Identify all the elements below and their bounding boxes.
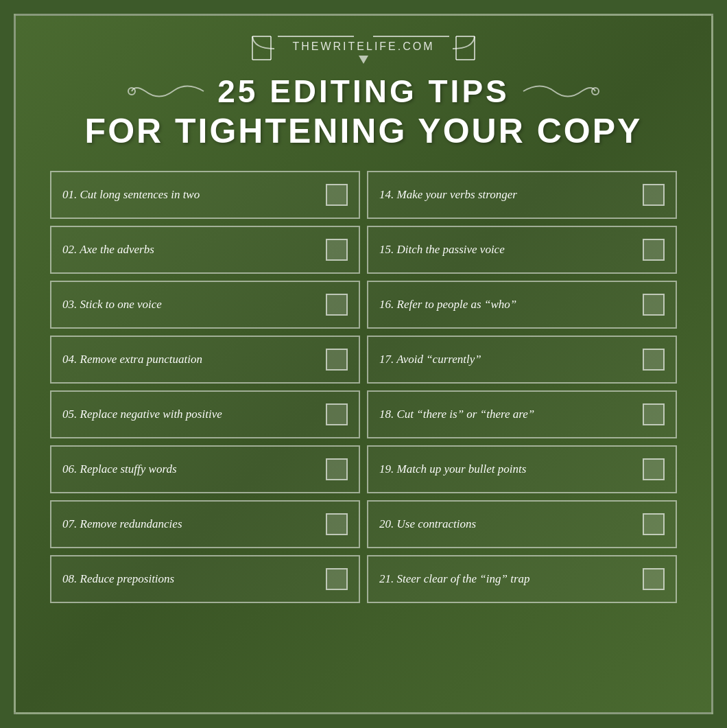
tip-item-17[interactable]: 17. Avoid “currently”	[367, 336, 677, 384]
tip-label-03: 03. Stick to one voice	[62, 298, 319, 312]
tip-label-01: 01. Cut long sentences in two	[62, 188, 319, 202]
tip-item-20[interactable]: 20. Use contractions	[367, 500, 677, 548]
tip-label-21: 21. Steer clear of the “ing” trap	[379, 572, 636, 586]
tip-item-15[interactable]: 15. Ditch the passive voice	[367, 226, 677, 274]
tip-checkbox-05[interactable]	[326, 403, 348, 425]
tip-label-08: 08. Reduce prepositions	[62, 572, 319, 586]
title-decorative-row: 25 EDITING TIPS	[43, 74, 684, 109]
tip-item-05[interactable]: 05. Replace negative with positive	[50, 390, 360, 438]
tips-grid: 01. Cut long sentences in two 14. Make y…	[43, 171, 684, 603]
tip-checkbox-08[interactable]	[326, 568, 348, 590]
tip-label-15: 15. Ditch the passive voice	[379, 243, 636, 257]
tip-label-02: 02. Axe the adverbs	[62, 243, 319, 257]
tip-label-07: 07. Remove redundancies	[62, 517, 319, 531]
svg-marker-2	[359, 56, 368, 64]
tip-item-14[interactable]: 14. Make your verbs stronger	[367, 171, 677, 219]
tip-item-07[interactable]: 07. Remove redundancies	[50, 500, 360, 548]
tip-item-04[interactable]: 04. Remove extra punctuation	[50, 336, 360, 384]
tip-item-06[interactable]: 06. Replace stuffy words	[50, 445, 360, 493]
tip-checkbox-15[interactable]	[643, 239, 665, 261]
tip-label-18: 18. Cut “there is” or “there are”	[379, 408, 636, 421]
tip-checkbox-02[interactable]	[326, 239, 348, 261]
tip-checkbox-04[interactable]	[326, 349, 348, 371]
left-curl-decoration	[125, 78, 207, 105]
header-bracket-decoration: THEWRITELIFE.COM	[233, 30, 494, 67]
tip-label-14: 14. Make your verbs stronger	[379, 188, 636, 202]
tip-checkbox-01[interactable]	[326, 184, 348, 206]
tip-checkbox-19[interactable]	[643, 458, 665, 480]
tip-item-16[interactable]: 16. Refer to people as “who”	[367, 281, 677, 329]
tip-checkbox-20[interactable]	[643, 513, 665, 535]
tip-item-01[interactable]: 01. Cut long sentences in two	[50, 171, 360, 219]
subtitle: FOR TIGHTENING YOUR COPY	[43, 113, 684, 150]
tip-label-17: 17. Avoid “currently”	[379, 353, 636, 366]
tip-label-20: 20. Use contractions	[379, 517, 636, 531]
site-name-container: THEWRITELIFE.COM	[43, 30, 684, 67]
main-title: 25 EDITING TIPS	[217, 74, 510, 109]
tip-checkbox-17[interactable]	[643, 349, 665, 371]
tip-checkbox-06[interactable]	[326, 458, 348, 480]
header: THEWRITELIFE.COM 25 EDITING TIPS	[43, 30, 684, 150]
tip-label-04: 04. Remove extra punctuation	[62, 353, 319, 366]
main-container: THEWRITELIFE.COM 25 EDITING TIPS	[14, 14, 713, 714]
tip-item-08[interactable]: 08. Reduce prepositions	[50, 555, 360, 603]
tip-label-19: 19. Match up your bullet points	[379, 462, 636, 476]
tip-item-18[interactable]: 18. Cut “there is” or “there are”	[367, 390, 677, 438]
svg-text:THEWRITELIFE.COM: THEWRITELIFE.COM	[292, 40, 434, 52]
tip-label-05: 05. Replace negative with positive	[62, 408, 319, 421]
tip-checkbox-07[interactable]	[326, 513, 348, 535]
tip-item-02[interactable]: 02. Axe the adverbs	[50, 226, 360, 274]
tip-label-16: 16. Refer to people as “who”	[379, 298, 636, 312]
tip-checkbox-14[interactable]	[643, 184, 665, 206]
tip-checkbox-03[interactable]	[326, 294, 348, 316]
tip-item-03[interactable]: 03. Stick to one voice	[50, 281, 360, 329]
tip-checkbox-21[interactable]	[643, 568, 665, 590]
tip-item-21[interactable]: 21. Steer clear of the “ing” trap	[367, 555, 677, 603]
tip-label-06: 06. Replace stuffy words	[62, 462, 319, 476]
tip-checkbox-18[interactable]	[643, 403, 665, 425]
tip-checkbox-16[interactable]	[643, 294, 665, 316]
right-curl-decoration	[520, 78, 602, 105]
tip-item-19[interactable]: 19. Match up your bullet points	[367, 445, 677, 493]
